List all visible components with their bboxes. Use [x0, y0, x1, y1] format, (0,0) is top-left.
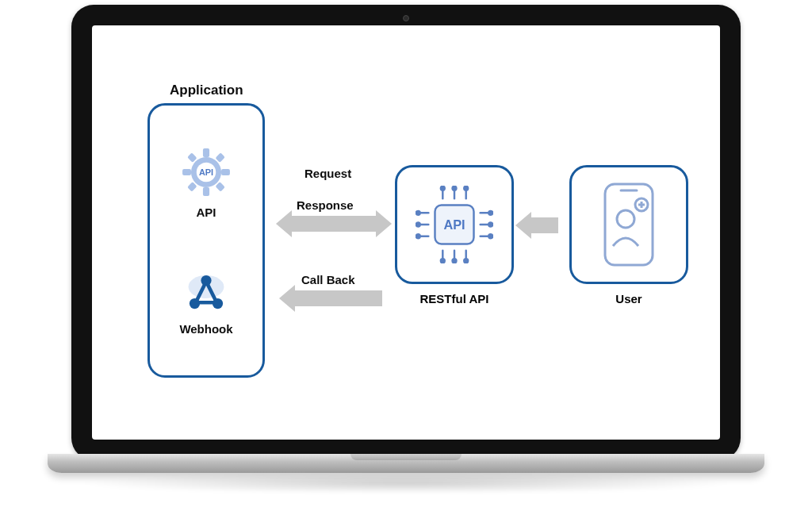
svg-rect-3: [182, 169, 191, 175]
application-title: Application: [170, 83, 243, 98]
svg-point-11: [201, 275, 211, 286]
gear-icon: API: [179, 145, 233, 199]
svg-rect-8: [215, 182, 225, 192]
request-response-arrow: [290, 216, 377, 232]
svg-point-24: [488, 223, 492, 227]
svg-rect-4: [221, 169, 230, 175]
restful-api-label: RESTful API: [395, 292, 514, 305]
svg-point-41: [617, 210, 634, 228]
svg-point-20: [416, 234, 420, 238]
api-label: API: [196, 206, 216, 219]
webhook-label: Webhook: [179, 322, 232, 336]
request-label: Request: [304, 167, 351, 180]
webhook-section: Webhook: [179, 270, 232, 336]
chip-icon: API: [416, 186, 493, 263]
svg-point-12: [190, 298, 200, 309]
callback-arrow: [293, 290, 382, 306]
webhook-icon: [180, 270, 232, 317]
svg-rect-5: [187, 152, 197, 163]
laptop-reflection: [76, 473, 736, 494]
chip-api-text: API: [443, 217, 465, 232]
svg-point-32: [464, 186, 468, 190]
callback-label: Call Back: [301, 273, 355, 286]
svg-point-26: [488, 234, 492, 238]
svg-rect-2: [203, 187, 209, 196]
svg-point-28: [441, 186, 445, 190]
gear-api-text: API: [199, 167, 213, 177]
svg-point-13: [213, 298, 223, 309]
svg-rect-1: [203, 148, 209, 157]
svg-point-36: [453, 259, 457, 263]
user-box: [569, 165, 688, 284]
laptop-screen: Application: [92, 25, 720, 440]
svg-point-38: [464, 259, 468, 263]
api-section: API API: [179, 145, 233, 219]
phone-user-icon: [597, 181, 661, 268]
svg-point-18: [416, 223, 420, 227]
laptop-bezel: Application: [71, 5, 741, 460]
laptop-frame: Application: [48, 0, 764, 484]
camera-icon: [403, 15, 409, 21]
svg-rect-7: [187, 182, 197, 192]
svg-point-22: [488, 211, 492, 215]
svg-rect-6: [215, 152, 225, 163]
svg-point-34: [441, 259, 445, 263]
svg-rect-39: [605, 184, 653, 265]
laptop-base: [48, 454, 764, 473]
user-label: User: [569, 292, 688, 305]
user-to-api-arrow: [530, 217, 558, 233]
restful-api-box: API: [395, 165, 514, 284]
svg-point-16: [416, 211, 420, 215]
laptop-notch: [350, 454, 462, 460]
response-label: Response: [297, 198, 354, 212]
application-box: API API: [147, 103, 265, 378]
svg-point-30: [453, 186, 457, 190]
